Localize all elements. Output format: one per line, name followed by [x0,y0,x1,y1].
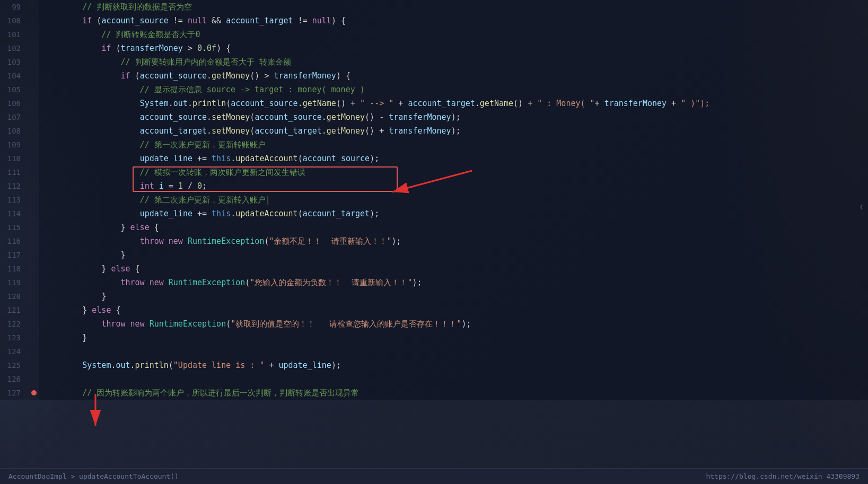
breakpoint-area[interactable] [29,69,39,83]
code-token: ) { [336,71,350,81]
table-row: 112 int i = 1 / 0; [0,179,868,193]
code-line-content[interactable]: // 显示提示信息 source -> target : money( mone… [39,83,868,96]
code-token [44,250,121,260]
collapse-arrow[interactable]: ❮ [860,203,868,210]
code-token: account_source [140,112,207,122]
breakpoint-area[interactable] [29,193,39,207]
breakpoint-area[interactable] [29,372,39,386]
code-token: . [322,112,327,122]
code-line-content[interactable]: if (account_source.getMoney() > transfer… [39,69,868,83]
code-token [44,99,140,108]
code-table: 99 // 判断获取到的数据是否为空100 if (account_source… [0,0,868,400]
breakpoint-area[interactable] [29,248,39,262]
code-token: () + [336,99,360,108]
code-line-content[interactable]: } else { [39,303,868,317]
code-token: account_target [226,16,293,25]
code-line-content[interactable]: throw new RuntimeException("获取到的值是空的！！ 请… [39,317,868,331]
code-token [164,278,169,287]
breakpoint-area[interactable] [29,331,39,345]
code-line-content[interactable]: // 判断转账金额是否大于0 [39,28,868,41]
line-number: 118 [0,262,29,276]
breakpoint-area[interactable] [29,110,39,124]
code-line-content[interactable]: account_target.setMoney(account_target.g… [39,124,868,138]
breakpoint-area[interactable] [29,303,39,317]
code-line-content[interactable]: // 第二次账户更新，更新转入账户| [39,193,868,207]
code-line-content[interactable]: update_line += this.updateAccount(accoun… [39,207,868,221]
breakpoint-area[interactable] [29,138,39,152]
code-token: transferMoney [121,43,183,53]
code-token: > [183,43,197,53]
breakpoint-area[interactable] [29,55,39,69]
code-token [44,154,140,163]
code-line-content[interactable]: // 判断要转账用户内的金额是否大于 转账金额 [39,55,868,69]
breakpoint-area[interactable] [29,221,39,234]
code-line-content[interactable]: throw new RuntimeException("余额不足！！ 请重新输入… [39,234,868,248]
code-token: throw [121,278,145,287]
code-line-content[interactable]: } [39,248,868,262]
breakpoint-area[interactable] [29,96,39,110]
line-number: 120 [0,289,29,303]
table-row: 126 [0,372,868,386]
code-token: update_line [279,360,331,370]
breakpoint-area[interactable] [29,165,39,179]
code-line-content[interactable] [39,345,868,358]
code-line-content[interactable]: System.out.println(account_source.getNam… [39,96,868,110]
breakpoint-area[interactable] [29,386,39,400]
breakpoint-area[interactable] [29,207,39,221]
breakpoint-area[interactable] [29,317,39,331]
code-token: updateAccount [235,209,297,218]
code-line-content[interactable]: // 第一次账户更新，更新转账账户 [39,138,868,152]
code-token: // 模拟一次转账，两次账户更新之间发生错误 [44,168,305,177]
breakpoint-area[interactable] [29,276,39,289]
code-line-content[interactable]: if (account_source != null && account_ta… [39,14,868,28]
table-row: 113 // 第二次账户更新，更新转入账户| [0,193,868,207]
code-token: // 判断获取到的数据是否为空 [44,2,192,12]
breakpoint-area[interactable] [29,345,39,358]
code-line-content[interactable]: // 模拟一次转账，两次账户更新之间发生错误 [39,165,868,179]
breakpoint-area[interactable] [29,262,39,276]
code-line-content[interactable]: } else { [39,262,868,276]
breakpoint-area[interactable] [29,358,39,372]
code-line-content[interactable]: int i = 1 / 0; [39,179,868,193]
code-line-content[interactable]: account_source.setMoney(account_source.g… [39,110,868,124]
code-token: . [231,154,235,163]
breakpoint-area[interactable] [29,83,39,96]
code-line-content[interactable]: update line += this.updateAccount(accoun… [39,152,868,165]
code-token: account_target [303,209,370,218]
breakpoint-area[interactable] [29,152,39,165]
code-line-content[interactable]: if (transferMoney > 0.0f) { [39,41,868,55]
code-token [44,126,140,136]
breakpoint-area[interactable] [29,0,39,14]
breakpoint-dot [31,390,37,395]
table-row: 100 if (account_source != null && accoun… [0,14,868,28]
breakpoint-area[interactable] [29,41,39,55]
line-number: 103 [0,55,29,69]
code-line-content[interactable] [39,372,868,386]
table-row: 121 } else { [0,303,868,317]
code-token: ( [298,209,303,218]
code-line-content[interactable]: throw new RuntimeException("您输入的金额为负数！！ … [39,276,868,289]
line-number: 110 [0,152,29,165]
code-token: new [130,319,145,329]
line-number: 119 [0,276,29,289]
code-token: + [393,99,408,108]
code-line-content[interactable]: System.out.println("Update line is : " +… [39,358,868,372]
code-token: out [116,360,130,370]
breakpoint-area[interactable] [29,28,39,41]
code-token: System [140,99,169,108]
breakpoint-area[interactable] [29,234,39,248]
code-token: new [150,278,164,287]
breakpoint-area[interactable] [29,14,39,28]
code-token: += [192,209,212,218]
code-line-content[interactable]: } [39,289,868,303]
code-line-content[interactable]: // 判断获取到的数据是否为空 [39,0,868,14]
breakpoint-area[interactable] [29,179,39,193]
code-token [44,209,140,218]
code-token: } [101,292,106,301]
code-line-content[interactable]: // 因为转账影响为两个账户，所以进行最后一次判断，判断转账是否出现异常 [39,386,868,400]
breakpoint-area[interactable] [29,289,39,303]
code-line-content[interactable]: } else { [39,221,868,234]
code-line-content[interactable]: } [39,331,868,345]
line-number: 122 [0,317,29,331]
breakpoint-area[interactable] [29,124,39,138]
